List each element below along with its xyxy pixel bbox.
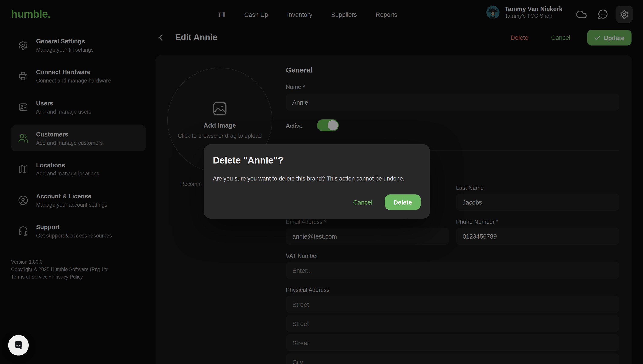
dialog-delete-button[interactable]: Delete xyxy=(385,194,421,210)
app-window: humble. Till Cash Up Inventory Suppliers… xyxy=(0,0,643,364)
delete-confirmation-dialog: Delete "Annie"? Are you sure you want to… xyxy=(204,144,430,218)
dialog-title: Delete "Annie"? xyxy=(213,155,421,166)
chat-launcher-button[interactable] xyxy=(8,335,29,356)
dialog-actions: Cancel Delete xyxy=(353,194,421,210)
dialog-cancel-button[interactable]: Cancel xyxy=(353,198,372,206)
speech-bubble-icon xyxy=(13,340,24,350)
dialog-message: Are you sure you want to delete this bra… xyxy=(213,175,421,182)
